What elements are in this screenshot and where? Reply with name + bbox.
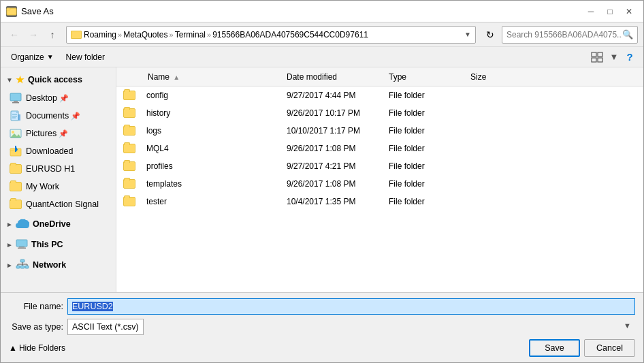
hide-folders-link[interactable]: ▲ Hide Folders (9, 343, 525, 353)
view-controls: ▼ ? (587, 49, 638, 65)
new-folder-button[interactable]: New folder (61, 50, 110, 64)
sidebar-eurusd-label: EURUSD H1 (26, 164, 75, 174)
folder-icon (123, 179, 135, 189)
onedrive-header[interactable]: ► OneDrive (1, 215, 116, 234)
view-dropdown-button[interactable]: ▼ (608, 49, 620, 65)
quick-access-header[interactable]: ▼ ★ Quick access (1, 70, 116, 89)
sidebar-item-mywork[interactable]: My Work (1, 178, 116, 195)
svg-rect-26 (16, 266, 20, 268)
file-name: history (146, 108, 170, 118)
filename-input[interactable] (67, 298, 635, 315)
quantaction-folder-icon (10, 199, 22, 210)
table-row[interactable]: tester 10/4/2017 1:35 PM File folder (116, 193, 643, 210)
file-type: File folder (389, 108, 470, 118)
cancel-button[interactable]: Cancel (584, 339, 635, 357)
sidebar-downloaded-label: Downloaded (26, 146, 74, 156)
network-header[interactable]: ► Netwo (1, 255, 116, 274)
sidebar-quantaction-label: QuantAction Signal (26, 200, 99, 209)
filename-label: File name: (9, 302, 63, 311)
sidebar-item-downloaded[interactable]: Downloaded (1, 142, 116, 160)
folder-icon (123, 161, 135, 171)
refresh-button[interactable]: ↻ (481, 26, 499, 44)
svg-rect-4 (592, 58, 596, 62)
file-type: File folder (389, 161, 470, 171)
desktop-icon (10, 93, 22, 104)
quick-access-star-icon: ★ (16, 74, 25, 85)
help-button[interactable]: ? (622, 49, 638, 65)
sidebar-item-desktop[interactable]: Desktop 📌 (1, 89, 116, 107)
svg-rect-7 (14, 101, 18, 102)
file-rows-container: config 9/27/2017 4:44 PM File folder his… (116, 86, 643, 210)
file-date: 9/27/2017 4:21 PM (287, 161, 389, 171)
file-type: File folder (389, 144, 470, 153)
svg-rect-24 (18, 247, 26, 249)
file-list-header: Name ▲ Date modified Type Size (116, 67, 643, 86)
sidebar-item-pictures[interactable]: Pictures 📌 (1, 125, 116, 142)
pin-icon-pictures: 📌 (59, 129, 68, 138)
breadcrumb-folder-icon (71, 31, 82, 39)
file-type: File folder (389, 91, 470, 100)
thispc-label: This PC (31, 240, 63, 249)
close-button[interactable]: ✕ (620, 4, 638, 19)
search-icon: 🔍 (622, 29, 633, 40)
up-button[interactable]: ↑ (44, 27, 61, 43)
mywork-folder-icon (10, 181, 22, 192)
main-content: ▼ ★ Quick access Desktop 📌 (1, 67, 643, 292)
sidebar-item-quantaction[interactable]: QuantAction Signal (1, 195, 116, 213)
window-title: Save As (21, 6, 582, 16)
table-row[interactable]: logs 10/10/2017 1:17 PM File folder (116, 122, 643, 140)
pin-icon-documents: 📌 (71, 112, 80, 121)
sort-arrow: ▲ (173, 74, 180, 81)
organize-button[interactable]: Organize ▼ (6, 50, 59, 64)
table-row[interactable]: config 9/27/2017 4:44 PM File folder (116, 86, 643, 104)
sidebar-pictures-label: Pictures (26, 129, 57, 138)
file-name: templates (146, 179, 182, 189)
col-date-header[interactable]: Date modified (287, 72, 389, 82)
filename-row: File name: (9, 298, 635, 315)
minimize-button[interactable]: ─ (582, 4, 600, 19)
table-row[interactable]: templates 9/26/2017 1:08 PM File folder (116, 175, 643, 193)
sidebar-item-eurusd[interactable]: EURUSD H1 (1, 160, 116, 178)
view-layout-button[interactable] (587, 49, 607, 65)
pictures-icon (10, 128, 22, 139)
breadcrumb-terminal: Terminal (175, 30, 206, 40)
quick-access-section: ▼ ★ Quick access Desktop 📌 (1, 70, 116, 213)
quick-access-toggle: ▼ (6, 76, 13, 84)
search-input[interactable] (506, 30, 622, 40)
sidebar-item-documents[interactable]: Documents 📌 (1, 107, 116, 125)
window-controls: ─ □ ✕ (582, 4, 638, 19)
col-name-header[interactable]: Name ▲ (116, 72, 287, 82)
onedrive-icon (16, 219, 29, 230)
breadcrumb-dropdown-icon: ▼ (464, 31, 471, 38)
forward-button[interactable]: → (25, 27, 42, 43)
quick-access-label: Quick access (28, 75, 82, 84)
col-size-header[interactable]: Size (470, 72, 525, 82)
bottom-bar: File name: Save as type: ASCII Text (*.c… (1, 292, 643, 362)
network-toggle: ► (6, 262, 13, 269)
file-name: logs (146, 126, 161, 136)
svg-rect-25 (20, 259, 25, 262)
back-button[interactable]: ← (6, 27, 22, 43)
file-list: Name ▲ Date modified Type Size config (116, 67, 643, 292)
downloaded-icon (10, 146, 22, 157)
thispc-header[interactable]: ► This PC (1, 235, 116, 254)
svg-rect-27 (20, 266, 25, 268)
filetype-select[interactable]: ASCII Text (*.csv) (67, 319, 144, 335)
sidebar-mywork-label: My Work (26, 182, 59, 191)
table-row[interactable]: history 9/26/2017 10:17 PM File folder (116, 104, 643, 122)
table-row[interactable]: profiles 9/27/2017 4:21 PM File folder (116, 157, 643, 175)
table-row[interactable]: MQL4 9/26/2017 1:08 PM File folder (116, 140, 643, 157)
breadcrumb-bar[interactable]: Roaming » MetaQuotes » Terminal » 915566… (66, 26, 476, 44)
save-button[interactable]: Save (529, 339, 580, 357)
svg-marker-14 (18, 114, 20, 121)
folder-icon (123, 144, 135, 153)
col-type-header[interactable]: Type (389, 72, 470, 82)
maximize-button[interactable]: □ (601, 4, 619, 19)
file-date: 9/26/2017 1:08 PM (287, 144, 389, 153)
svg-rect-19 (10, 148, 14, 151)
window-icon (6, 6, 17, 17)
search-box[interactable]: 🔍 (502, 26, 638, 44)
svg-rect-23 (19, 247, 25, 248)
save-as-dialog: Save As ─ □ ✕ ← → ↑ Roaming » MetaQuotes… (0, 0, 644, 363)
thispc-section: ► This PC (1, 235, 116, 254)
